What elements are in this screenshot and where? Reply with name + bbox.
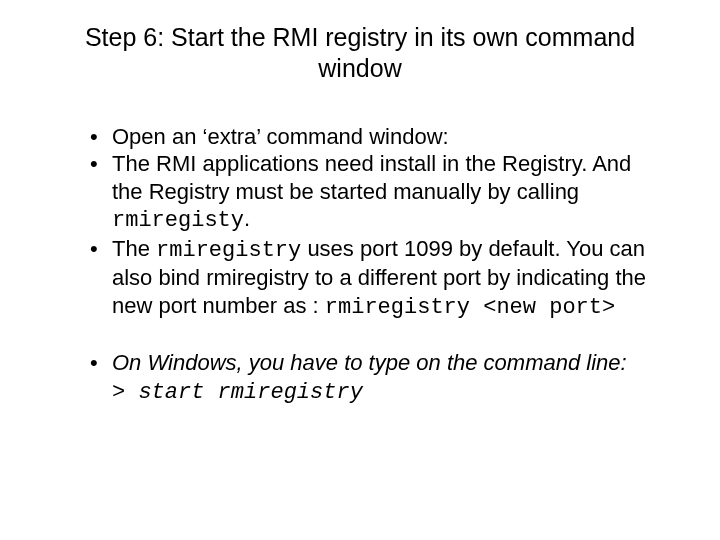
- command-line: > start rmiregistry: [112, 379, 660, 407]
- slide: Step 6: Start the RMI registry in its ow…: [0, 0, 720, 540]
- bullet-text: The: [112, 236, 156, 261]
- bullet-text: On Windows, you have to type on the comm…: [112, 350, 627, 375]
- slide-title: Step 6: Start the RMI registry in its ow…: [60, 22, 660, 85]
- list-item: Open an ‘extra’ command window:: [90, 123, 660, 151]
- list-item: On Windows, you have to type on the comm…: [90, 349, 660, 406]
- inline-code: rmiregistry: [156, 238, 301, 263]
- bullet-list: Open an ‘extra’ command window: The RMI …: [60, 123, 660, 322]
- bullet-text: Open an ‘extra’ command window:: [112, 124, 449, 149]
- inline-code: rmiregistry <new port>: [325, 295, 615, 320]
- bullet-list: On Windows, you have to type on the comm…: [60, 349, 660, 406]
- spacer: [60, 321, 660, 349]
- inline-code: rmiregisty: [112, 208, 244, 233]
- list-item: The RMI applications need install in the…: [90, 150, 660, 235]
- bullet-text: The RMI applications need install in the…: [112, 151, 631, 204]
- list-item: The rmiregistry uses port 1099 by defaul…: [90, 235, 660, 322]
- bullet-text: .: [244, 206, 250, 231]
